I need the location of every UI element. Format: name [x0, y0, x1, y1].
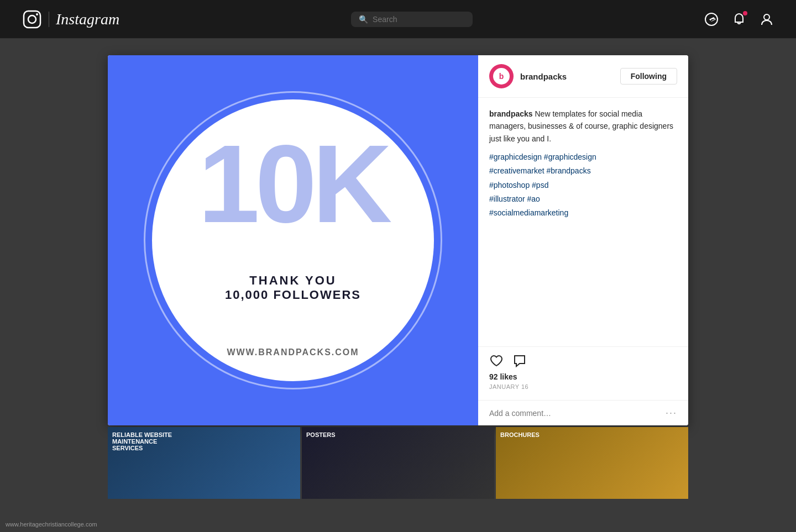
thumb-3-text: Brochures	[496, 427, 544, 443]
comment-input[interactable]	[489, 409, 666, 418]
thank-you-line1: THANK YOU	[225, 273, 361, 288]
post-header: b brandpacks Following	[478, 55, 688, 98]
comment-button[interactable]	[512, 354, 527, 368]
explore-button[interactable]	[704, 12, 719, 27]
post-actions: 92 likes JANUARY 16	[478, 346, 688, 400]
search-box[interactable]: 🔍	[351, 12, 473, 27]
app-title: Instagram	[56, 10, 119, 28]
avatar: b	[489, 64, 514, 88]
post-date: JANUARY 16	[489, 383, 677, 390]
post-caption: brandpacks New templates for social medi…	[478, 98, 688, 346]
thumbnail-1[interactable]: Reliable WebsiteMaintenanceServices	[108, 427, 300, 499]
thank-you-block: THANK YOU 10,000 FOLLOWERS	[225, 273, 361, 302]
account-name[interactable]: brandpacks	[520, 72, 614, 81]
instagram-logo-icon	[22, 9, 42, 29]
circle-outer: 10K THANK YOU 10,000 FOLLOWERS WWW.BRAND…	[144, 91, 442, 389]
thumb-2-text: Posters	[302, 427, 340, 443]
bottom-url: www.heritagechristiancollege.com	[6, 521, 97, 528]
top-navigation: Instagram 🔍	[0, 0, 796, 39]
bottom-thumbnails: Reliable WebsiteMaintenanceServices Post…	[0, 427, 796, 499]
search-input[interactable]	[373, 15, 461, 24]
post-image: 10K THANK YOU 10,000 FOLLOWERS WWW.BRAND…	[108, 55, 478, 425]
caption-hashtags[interactable]: #graphicdesign #graphicdesign #creativem…	[489, 150, 677, 220]
svg-point-2	[36, 13, 38, 15]
main-content: 10K THANK YOU 10,000 FOLLOWERS WWW.BRAND…	[0, 39, 796, 425]
thank-you-line2: 10,000 FOLLOWERS	[225, 288, 361, 302]
nav-right	[704, 12, 774, 27]
avatar-letter: b	[499, 72, 504, 81]
profile-button[interactable]	[760, 12, 774, 27]
comment-more-button[interactable]: ···	[666, 407, 677, 419]
thumbnail-2[interactable]: Posters	[302, 427, 494, 499]
caption-username[interactable]: brandpacks	[489, 109, 533, 118]
notification-dot	[743, 11, 747, 15]
nav-divider	[49, 12, 49, 27]
nav-center: 🔍	[351, 12, 473, 27]
avatar-inner: b	[493, 68, 510, 85]
following-button[interactable]: Following	[620, 68, 677, 85]
nav-left: Instagram	[22, 9, 119, 29]
svg-rect-0	[24, 11, 40, 28]
post-right-panel: b brandpacks Following brandpacks New te…	[478, 55, 688, 425]
thumbnail-3[interactable]: Brochures	[496, 427, 688, 499]
svg-point-5	[764, 14, 769, 20]
action-icons	[489, 354, 677, 368]
likes-count: 92 likes	[489, 372, 677, 381]
post-card: 10K THANK YOU 10,000 FOLLOWERS WWW.BRAND…	[108, 55, 688, 425]
thumb-1-text: Reliable WebsiteMaintenanceServices	[108, 427, 176, 456]
website-text: WWW.BRANDPACKS.COM	[227, 347, 359, 357]
like-button[interactable]	[489, 354, 504, 368]
ten-k-text: 10K	[198, 129, 388, 239]
svg-point-1	[28, 15, 36, 23]
comment-area: ···	[478, 400, 688, 425]
circle-inner: 10K THANK YOU 10,000 FOLLOWERS WWW.BRAND…	[152, 99, 434, 381]
search-icon: 🔍	[359, 15, 368, 24]
notifications-button[interactable]	[732, 12, 746, 27]
